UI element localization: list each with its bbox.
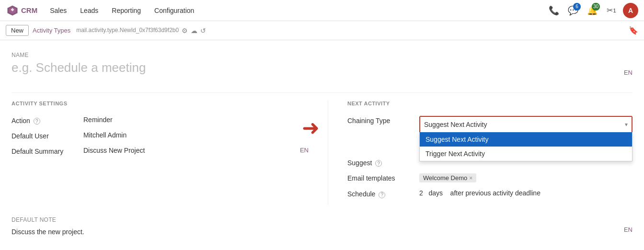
action-row: Action ? Reminder (12, 116, 309, 125)
chaining-type-display[interactable]: Suggest Next Activity ▾ (420, 117, 632, 132)
chaining-type-dropdown-container: Suggest Next Activity ▾ Suggest Next Act… (419, 116, 632, 133)
schedule-suffix: after previous activity deadline (450, 189, 540, 197)
main-content: Name e.g. Schedule a meeting EN ACTIVITY… (0, 40, 644, 250)
default-user-value: Mitchell Admin (83, 131, 126, 139)
default-note-value: Discuss the new project. (12, 228, 84, 236)
arrow-icon: ➜ (302, 117, 320, 138)
chevron-down-icon: ▾ (625, 121, 628, 128)
cloud-icon[interactable]: ☁ (191, 27, 197, 34)
suggest-help-icon[interactable]: ? (375, 160, 382, 167)
default-note-section: Default Note Discuss the new project. EN (12, 216, 632, 236)
default-note-label: Default Note (12, 216, 632, 223)
next-activity-column: ➜ NEXT ACTIVITY Chaining Type Suggest Ne… (328, 101, 632, 205)
bell-badge: 30 (592, 3, 600, 11)
default-summary-label: Default Summary (12, 147, 83, 155)
suggest-label: Suggest ? (347, 158, 419, 167)
bell-icon-btn[interactable]: 🔔 30 (585, 3, 600, 18)
nav-item-leads[interactable]: Leads (73, 3, 105, 18)
nav-item-reporting[interactable]: Reporting (105, 3, 148, 18)
scissors-icon: ✂ (607, 6, 613, 15)
email-templates-label: Email templates (347, 173, 419, 182)
two-column-layout: ACTIVITY SETTINGS Action ? Reminder Defa… (12, 101, 632, 205)
logo-text: CRM (21, 6, 37, 14)
schedule-help-icon[interactable]: ? (379, 192, 385, 198)
default-summary-row: Default Summary Discuss New Project EN (12, 147, 309, 155)
activity-settings-header: ACTIVITY SETTINGS (12, 101, 309, 108)
dropdown-option-suggest[interactable]: Suggest Next Activity (420, 132, 632, 147)
gear-icon[interactable]: ⚙ (182, 27, 188, 34)
nav-item-sales[interactable]: Sales (43, 3, 73, 18)
schedule-unit: days (428, 189, 443, 197)
default-user-label: Default User (12, 131, 83, 140)
pin-icon[interactable]: 🔖 (629, 26, 638, 35)
chat-badge: 6 (573, 3, 581, 11)
user-count: 1 (613, 8, 616, 13)
email-templates-row: Email templates Welcome Demo × (347, 173, 632, 182)
default-user-row: Default User Mitchell Admin (12, 131, 309, 140)
chat-icon-btn[interactable]: 💬 6 (565, 3, 581, 18)
next-activity-header: NEXT ACTIVITY (347, 101, 632, 108)
chaining-type-select[interactable]: Suggest Next Activity ▾ Suggest Next Act… (419, 116, 632, 133)
action-help-icon[interactable]: ? (34, 118, 40, 125)
scissors-icon-btn[interactable]: ✂ 1 (604, 3, 619, 18)
new-button[interactable]: New (6, 25, 29, 36)
email-template-tag-remove[interactable]: × (469, 175, 472, 182)
logo[interactable]: CRM (6, 4, 37, 17)
name-label: Name (12, 52, 632, 58)
chaining-type-selected-value: Suggest Next Activity (424, 121, 487, 128)
chaining-type-label: Chaining Type (347, 116, 419, 125)
action-label: Action ? (12, 116, 83, 125)
schedule-value: 2 days after previous activity deadline (419, 189, 540, 197)
email-templates-value: Welcome Demo × (419, 173, 476, 182)
email-template-tag: Welcome Demo × (419, 173, 476, 182)
phone-icon-btn[interactable]: 📞 (546, 3, 562, 18)
default-summary-value: Discuss New Project (83, 147, 145, 154)
breadcrumb-link[interactable]: Activity Types (33, 27, 70, 34)
breadcrumb-sub-text: mail.activity.type.NewId_0x7f3f63d9f2b0 (76, 27, 179, 34)
avatar[interactable]: A (623, 3, 638, 18)
breadcrumb-bar: New Activity Types mail.activity.type.Ne… (0, 21, 644, 40)
email-template-tag-label: Welcome Demo (423, 174, 467, 182)
name-section: Name e.g. Schedule a meeting EN (12, 52, 632, 85)
chaining-type-dropdown-menu: Suggest Next Activity Trigger Next Activ… (419, 132, 632, 161)
action-value: Reminder (83, 116, 113, 124)
nav-right: 📞 💬 6 🔔 30 ✂ 1 A (546, 3, 638, 18)
schedule-row: Schedule ? 2 days after previous activit… (347, 189, 632, 198)
name-placeholder: e.g. Schedule a meeting (12, 60, 146, 75)
chaining-type-row: Chaining Type Suggest Next Activity ▾ Su… (347, 116, 632, 133)
nav-menu: Sales Leads Reporting Configuration (43, 3, 201, 18)
schedule-days: 2 (419, 189, 423, 197)
refresh-icon[interactable]: ↺ (200, 27, 206, 34)
default-note-en-button[interactable]: EN (624, 226, 632, 233)
activity-settings-column: ACTIVITY SETTINGS Action ? Reminder Defa… (12, 101, 328, 205)
phone-icon: 📞 (549, 5, 559, 16)
default-summary-en-button[interactable]: EN (300, 147, 309, 154)
nav-item-configuration[interactable]: Configuration (148, 3, 201, 18)
schedule-label: Schedule ? (347, 189, 419, 198)
breadcrumb-actions: mail.activity.type.NewId_0x7f3f63d9f2b0 … (76, 27, 206, 34)
top-nav: CRM Sales Leads Reporting Configuration … (0, 0, 644, 21)
name-en-button[interactable]: EN (624, 69, 632, 76)
dropdown-option-trigger[interactable]: Trigger Next Activity (420, 147, 632, 161)
